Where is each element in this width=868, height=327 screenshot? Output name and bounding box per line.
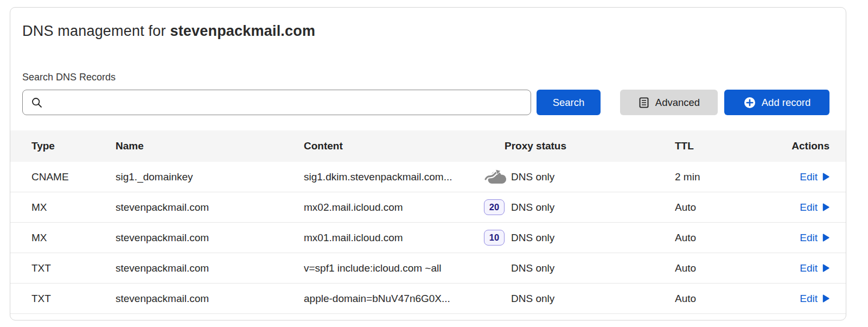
proxy-status-cell: DNS only	[484, 262, 675, 274]
proxy-status-text: DNS only	[511, 262, 554, 274]
dns-management-card: DNS management for stevenpackmail.com Se…	[10, 7, 846, 320]
record-type: TXT	[31, 293, 116, 305]
table-row: CNAME sig1._domainkey sig1.dkim.stevenpa…	[10, 162, 846, 192]
search-icon	[31, 97, 43, 109]
record-content: mx01.mail.icloud.com	[304, 232, 484, 244]
record-name: sig1._domainkey	[116, 171, 304, 183]
record-content: v=spf1 include:icloud.com ~all	[304, 262, 484, 274]
record-ttl: 2 min	[675, 171, 754, 183]
page-title-domain: stevenpackmail.com	[170, 23, 315, 39]
page-title-prefix: DNS management for	[22, 23, 170, 39]
table-row: MX stevenpackmail.com mx01.mail.icloud.c…	[10, 223, 846, 253]
chevron-right-icon	[822, 203, 829, 211]
proxy-status-text: DNS only	[511, 232, 554, 244]
record-name: stevenpackmail.com	[116, 232, 304, 244]
edit-record-link[interactable]: Edit	[800, 202, 829, 213]
record-ttl: Auto	[675, 232, 754, 244]
record-name: stevenpackmail.com	[116, 262, 304, 274]
table-row: TXT stevenpackmail.com v=spf1 include:ic…	[10, 253, 846, 284]
proxy-status-cell: DNS only	[484, 168, 675, 185]
proxy-status-cell: 20 DNS only	[484, 199, 675, 215]
search-label: Search DNS Records	[22, 72, 116, 83]
chevron-right-icon	[822, 294, 829, 303]
list-document-icon	[638, 97, 650, 109]
column-header-content: Content	[304, 140, 484, 152]
edit-link-label: Edit	[800, 262, 818, 274]
record-type: MX	[31, 202, 116, 213]
record-type: MX	[31, 232, 116, 244]
record-ttl: Auto	[675, 202, 754, 213]
edit-record-link[interactable]: Edit	[800, 171, 829, 183]
proxy-status-text: DNS only	[511, 202, 554, 213]
edit-link-label: Edit	[800, 202, 818, 213]
record-name: stevenpackmail.com	[116, 202, 304, 213]
edit-link-label: Edit	[800, 293, 818, 305]
record-type: TXT	[31, 262, 116, 274]
edit-record-link[interactable]: Edit	[800, 293, 829, 305]
page-title: DNS management for stevenpackmail.com	[22, 23, 315, 40]
edit-link-label: Edit	[800, 232, 818, 244]
column-header-type: Type	[31, 140, 116, 152]
edit-record-link[interactable]: Edit	[800, 232, 829, 244]
column-header-name: Name	[116, 140, 304, 152]
proxy-status-cell: 10 DNS only	[484, 230, 675, 246]
add-record-button[interactable]: Add record	[724, 90, 829, 115]
record-content: apple-domain=bNuV47n6G0X...	[304, 293, 484, 305]
record-ttl: Auto	[675, 293, 754, 305]
advanced-button-label: Advanced	[655, 97, 700, 109]
record-name: stevenpackmail.com	[116, 293, 304, 305]
column-header-proxy-status: Proxy status	[484, 140, 675, 152]
table-row: TXT stevenpackmail.com apple-domain=bNuV…	[10, 284, 846, 314]
table-row: MX stevenpackmail.com mx02.mail.icloud.c…	[10, 192, 846, 223]
record-content: sig1.dkim.stevenpackmail.com...	[304, 171, 484, 183]
table-header-row: Type Name Content Proxy status TTL Actio…	[10, 130, 846, 162]
add-record-button-label: Add record	[762, 97, 811, 109]
chevron-right-icon	[822, 173, 829, 181]
chevron-right-icon	[822, 264, 829, 272]
record-content: mx02.mail.icloud.com	[304, 202, 484, 213]
search-button[interactable]: Search	[537, 90, 601, 115]
proxy-status-text: DNS only	[511, 293, 554, 305]
dns-controls: Search Advanced Add record	[22, 90, 829, 115]
priority-badge: 10	[484, 230, 505, 246]
search-input[interactable]	[23, 90, 531, 115]
edit-link-label: Edit	[800, 171, 818, 183]
plus-circle-icon	[743, 96, 756, 109]
record-type: CNAME	[31, 171, 116, 183]
proxy-status-text: DNS only	[511, 171, 554, 183]
search-box	[22, 90, 531, 115]
advanced-button[interactable]: Advanced	[620, 90, 718, 115]
proxy-status-cell: DNS only	[484, 293, 675, 305]
column-header-ttl: TTL	[675, 140, 754, 152]
dns-records-table: Type Name Content Proxy status TTL Actio…	[10, 130, 846, 314]
priority-badge: 20	[484, 199, 505, 215]
chevron-right-icon	[822, 234, 829, 242]
column-header-actions: Actions	[754, 140, 829, 152]
record-ttl: Auto	[675, 262, 754, 274]
gray-cloud-arrow-icon	[484, 168, 511, 185]
edit-record-link[interactable]: Edit	[800, 262, 829, 274]
